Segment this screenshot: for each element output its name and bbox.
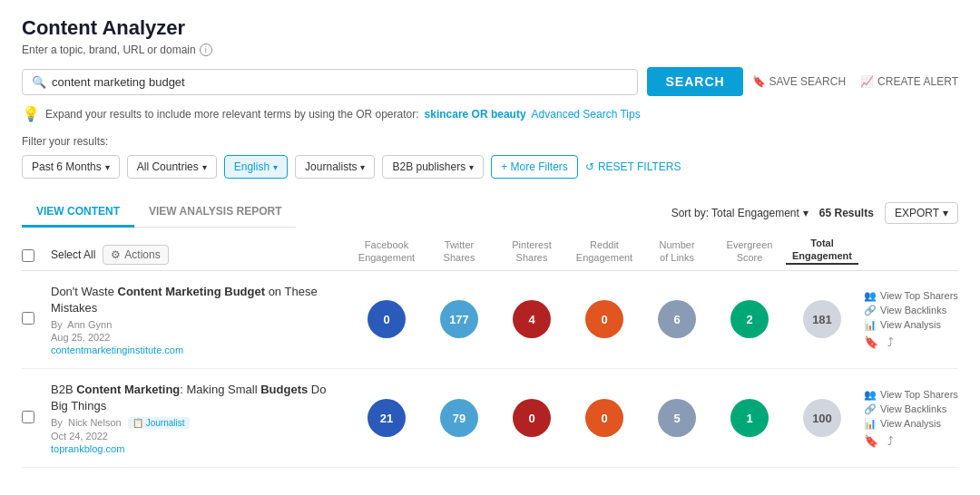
- refresh-icon: ↺: [585, 160, 594, 173]
- row1-checkbox[interactable]: [22, 312, 34, 325]
- actions-button[interactable]: ⚙ Actions: [103, 245, 168, 265]
- sort-row: Sort by: Total Engagement ▾ 65 Results E…: [671, 193, 958, 231]
- row2-title: B2B Content Marketing: Making Small Budg…: [51, 382, 339, 414]
- results-count: 65 Results: [819, 207, 874, 219]
- bulb-icon: 💡: [22, 105, 40, 122]
- col-facebook: Facebook Engagement: [350, 238, 423, 265]
- filter-countries[interactable]: All Countries ▾: [127, 155, 217, 179]
- row1-title: Don't Waste Content Marketing Budget on …: [51, 284, 339, 316]
- row2-info: B2B Content Marketing: Making Small Budg…: [51, 382, 350, 454]
- more-filters-button[interactable]: + More Filters: [491, 155, 578, 179]
- row2-bookmark-icon[interactable]: 🔖: [864, 434, 878, 448]
- table-row: Don't Waste Content Marketing Budget on …: [22, 271, 958, 369]
- row2-pinterest: 0: [495, 399, 568, 437]
- row1-bookmark-icon[interactable]: 🔖: [864, 335, 878, 349]
- row2-facebook: 21: [350, 399, 423, 437]
- row1-view-backlinks[interactable]: 🔗 View Backlinks: [864, 305, 958, 316]
- row1-links: 6: [641, 300, 713, 338]
- advanced-search-link[interactable]: Advanced Search Tips: [532, 108, 641, 121]
- col-evergreen: Evergreen Score: [713, 238, 786, 265]
- row2-checkbox-col: [22, 411, 51, 426]
- row2-evergreen: 1: [713, 399, 786, 437]
- row1-facebook: 0: [350, 300, 423, 338]
- chevron-down-icon: ▾: [202, 162, 207, 172]
- chevron-down-icon: ▾: [273, 162, 278, 172]
- tabs-row: VIEW CONTENT VIEW ANALYSIS REPORT: [22, 198, 296, 228]
- row1-reddit: 0: [568, 300, 641, 338]
- filter-period[interactable]: Past 6 Months ▾: [22, 155, 120, 179]
- search-input[interactable]: [52, 75, 628, 89]
- chevron-down-icon: ▾: [360, 162, 365, 172]
- row2-total: 100: [786, 399, 858, 437]
- row1-author: By Ann Gynn: [51, 319, 339, 330]
- row2-view-top-sharers[interactable]: 👥 View Top Sharers: [864, 389, 958, 401]
- row1-info: Don't Waste Content Marketing Budget on …: [51, 284, 350, 355]
- people-icon: 👥: [864, 389, 877, 401]
- row1-share-icon[interactable]: ⤴: [887, 335, 894, 349]
- table-row: B2B Content Marketing: Making Small Budg…: [22, 369, 958, 468]
- row1-date: Aug 25, 2022: [51, 332, 339, 343]
- col-reddit: Reddit Engagement: [568, 238, 641, 265]
- title-col-header: Select All ⚙ Actions: [51, 245, 350, 265]
- row1-total: 181: [786, 300, 858, 338]
- row2-view-analysis[interactable]: 📊 View Analysis: [864, 418, 958, 430]
- row1-pinterest: 4: [495, 300, 568, 338]
- row2-domain[interactable]: toprankblog.com: [51, 443, 339, 454]
- reset-filters-button[interactable]: ↺ RESET FILTERS: [585, 160, 681, 173]
- suggestion-row: 💡 Expand your results to include more re…: [22, 105, 958, 122]
- page-subtitle: Enter a topic, brand, URL or domain i: [22, 44, 958, 56]
- row2-date: Oct 24, 2022: [51, 431, 339, 442]
- select-all-checkbox-col: [22, 249, 51, 265]
- row1-domain[interactable]: contentmarketinginstitute.com: [51, 345, 339, 355]
- save-icon: 🔖: [752, 75, 766, 88]
- page-title: Content Analyzer: [22, 16, 958, 40]
- journalist-icon: 📋: [132, 418, 143, 428]
- row2-share-icon[interactable]: ⤴: [887, 434, 894, 448]
- select-all-checkbox[interactable]: [22, 249, 34, 262]
- filters-row: Past 6 Months ▾ All Countries ▾ English …: [22, 155, 958, 179]
- row1-icon-actions: 🔖 ⤴: [864, 335, 958, 349]
- row1-view-analysis[interactable]: 📊 View Analysis: [864, 319, 958, 331]
- actions-icon: ⚙: [111, 248, 121, 261]
- info-icon[interactable]: i: [200, 44, 212, 56]
- action-links: 🔖 SAVE SEARCH 📈 CREATE ALERT: [752, 75, 958, 88]
- filter-language[interactable]: English ▾: [224, 155, 288, 179]
- filter-journalists[interactable]: Journalists ▾: [295, 155, 375, 179]
- col-twitter: Twitter Shares: [423, 238, 495, 265]
- col-total: Total Engagement: [786, 237, 858, 265]
- row2-author: By Nick Nelson 📋 Journalist: [51, 417, 339, 429]
- search-box: 🔍: [22, 69, 638, 95]
- table-header: Select All ⚙ Actions Facebook Engagement…: [22, 231, 958, 271]
- alert-icon: 📈: [860, 75, 874, 88]
- search-row: 🔍 SEARCH 🔖 SAVE SEARCH 📈 CREATE ALERT: [22, 67, 958, 96]
- row1-view-top-sharers[interactable]: 👥 View Top Sharers: [864, 290, 958, 302]
- row2-reddit: 0: [568, 399, 641, 437]
- sort-select[interactable]: Sort by: Total Engagement ▾: [671, 207, 808, 219]
- link-icon: 🔗: [864, 305, 877, 316]
- filter-publishers[interactable]: B2B publishers ▾: [382, 155, 484, 179]
- tab-view-analysis[interactable]: VIEW ANALYSIS REPORT: [134, 198, 296, 228]
- suggestion-terms[interactable]: skincare OR beauty: [425, 108, 526, 121]
- col-links: Number of Links: [641, 238, 713, 265]
- create-alert-button[interactable]: 📈 CREATE ALERT: [860, 75, 958, 88]
- row1-twitter: 177: [423, 300, 495, 338]
- people-icon: 👥: [864, 290, 877, 302]
- chevron-down-icon: ▾: [803, 207, 808, 219]
- row2-checkbox[interactable]: [22, 411, 34, 423]
- chevron-down-icon: ▾: [105, 162, 110, 172]
- export-button[interactable]: EXPORT ▾: [885, 202, 958, 224]
- search-button[interactable]: SEARCH: [647, 67, 742, 96]
- row2-icon-actions: 🔖 ⤴: [864, 434, 958, 448]
- bar-icon: 📊: [864, 418, 877, 430]
- row1-checkbox-col: [22, 312, 51, 327]
- journalist-badge: 📋 Journalist: [128, 417, 190, 429]
- row1-actions: 👥 View Top Sharers 🔗 View Backlinks 📊 Vi…: [858, 290, 958, 349]
- link-icon: 🔗: [864, 403, 877, 415]
- tab-view-content[interactable]: VIEW CONTENT: [22, 198, 134, 228]
- row2-twitter: 79: [423, 399, 495, 437]
- search-icon: 🔍: [32, 75, 46, 89]
- row2-view-backlinks[interactable]: 🔗 View Backlinks: [864, 403, 958, 415]
- row1-evergreen: 2: [713, 300, 786, 338]
- row2-links: 5: [641, 399, 713, 437]
- save-search-button[interactable]: 🔖 SAVE SEARCH: [752, 75, 846, 88]
